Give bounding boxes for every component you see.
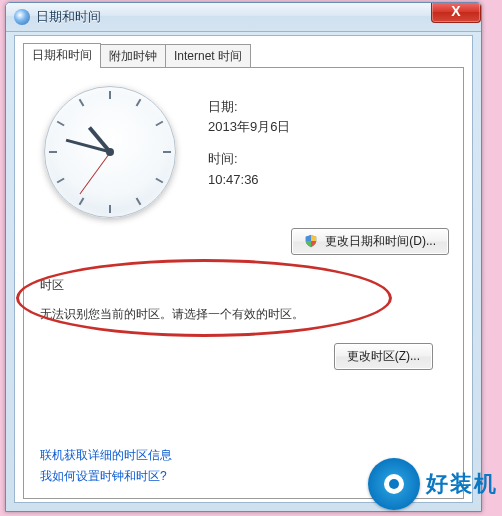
client-area: 日期和时间 附加时钟 Internet 时间 (14, 35, 473, 503)
close-button[interactable]: X (431, 2, 481, 23)
annotation-ellipse (16, 259, 392, 337)
clock-tick (79, 197, 85, 205)
clock-tick (109, 91, 111, 99)
clock-tick (155, 121, 163, 127)
clock-wrap (40, 86, 180, 218)
timezone-warning: 无法识别您当前的时区。请选择一个有效的时区。 (40, 306, 447, 323)
change-datetime-row: 更改日期和时间(D)... (24, 226, 463, 265)
clock-tick (79, 99, 85, 107)
clock-tick (136, 197, 142, 205)
timezone-heading: 时区 (40, 277, 447, 294)
timezone-section: 时区 无法识别您当前的时区。请选择一个有效的时区。 更改时区(Z)... (24, 265, 463, 376)
app-icon (14, 9, 30, 25)
close-icon: X (451, 3, 460, 19)
date-info: 日期: 2013年9月6日 时间: 10:47:36 (180, 86, 447, 218)
clock-tick (136, 99, 142, 107)
clock-second-hand (79, 152, 110, 195)
links-area: 联机获取详细的时区信息 我如何设置时钟和时区? (40, 445, 172, 486)
clock-tick (155, 178, 163, 184)
change-datetime-label: 更改日期和时间(D)... (325, 234, 436, 248)
change-datetime-button[interactable]: 更改日期和时间(D)... (291, 228, 449, 255)
clock-tick (49, 151, 57, 153)
window-title: 日期和时间 (36, 8, 101, 26)
clock-tick (109, 205, 111, 213)
tab-internet-time[interactable]: Internet 时间 (165, 44, 251, 68)
change-timezone-button[interactable]: 更改时区(Z)... (334, 343, 433, 370)
change-timezone-row: 更改时区(Z)... (40, 343, 447, 370)
clock-tick (57, 178, 65, 184)
tab-bar: 日期和时间 附加时钟 Internet 时间 (23, 44, 464, 67)
time-value: 10:47:36 (208, 171, 447, 189)
link-how-set-clock[interactable]: 我如何设置时钟和时区? (40, 469, 167, 483)
date-label: 日期: (208, 98, 447, 116)
titlebar[interactable]: 日期和时间 X (6, 3, 481, 32)
clock-tick (57, 121, 65, 127)
shield-icon (304, 234, 318, 248)
tab-panel: 日期: 2013年9月6日 时间: 10:47:36 (23, 67, 464, 499)
analog-clock (44, 86, 176, 218)
date-value: 2013年9月6日 (208, 118, 447, 136)
link-tz-details[interactable]: 联机获取详细的时区信息 (40, 448, 172, 462)
change-timezone-label: 更改时区(Z)... (347, 349, 420, 363)
time-label: 时间: (208, 150, 447, 168)
clock-tick (163, 151, 171, 153)
dialog-window: 日期和时间 X 日期和时间 附加时钟 Internet 时间 (5, 2, 482, 512)
tab-additional-clocks[interactable]: 附加时钟 (100, 44, 166, 68)
clock-row: 日期: 2013年9月6日 时间: 10:47:36 (24, 68, 463, 226)
tab-date-time[interactable]: 日期和时间 (23, 43, 101, 68)
